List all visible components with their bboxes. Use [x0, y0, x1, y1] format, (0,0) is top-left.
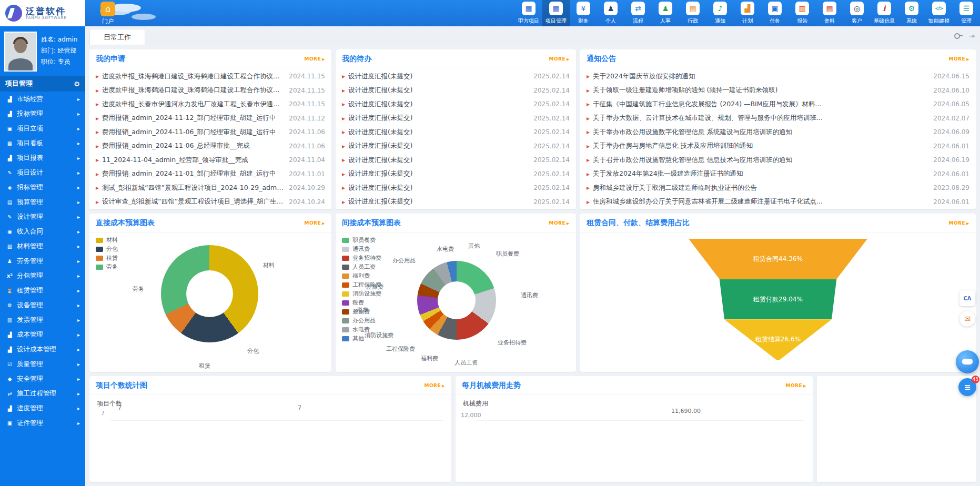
legend-item[interactable]: 租赁: [96, 254, 118, 262]
topnav-item[interactable]: ◎ 客户: [843, 0, 871, 26]
sidebar-item[interactable]: ⌛ 租赁管理: [0, 283, 85, 298]
todo-list-item[interactable]: 设计进度汇报(未提交) 2025.02.14: [342, 112, 570, 126]
sidebar-item[interactable]: ◉ 收入合同: [0, 224, 85, 239]
sidebar-item[interactable]: ▤ 预算管理: [0, 195, 85, 209]
topnav-item[interactable]: ⇄ 流程: [624, 0, 652, 26]
sidebar-item[interactable]: ▣ 项目立项: [0, 121, 85, 136]
sidebar-item[interactable]: ◆ 安全管理: [0, 371, 85, 386]
topnav-item[interactable]: ♟ 个人: [597, 0, 624, 26]
tab-daily-work[interactable]: 日常工作: [89, 29, 145, 45]
project-count-chart[interactable]: 项目个数 7 7 7: [89, 395, 451, 482]
application-list-item[interactable]: 11_2024-11-04_admin_经营部_领导审批__完成 2024.11…: [96, 153, 325, 167]
legend-item[interactable]: 福利费: [342, 271, 381, 280]
topnav-item[interactable]: ▤ 行政: [679, 0, 706, 26]
todo-list-item[interactable]: 设计进度汇报(未提交) 2025.02.14: [342, 195, 570, 209]
sidebar-item[interactable]: ▥ 发票管理: [0, 312, 85, 327]
sidebar-item[interactable]: x² 分包管理: [0, 268, 85, 283]
notice-list-item[interactable]: 关于领取一级注册建造师增项贴的通知 (须持一建证书前来领取) 2024.06.1…: [587, 84, 969, 98]
application-list-item[interactable]: 进度款申报_珠海鹤港口建设_珠海鹤港口建设工程合作协议书_admin_... 2…: [96, 84, 325, 98]
notice-list-item[interactable]: 住房和城乡建设部办公厅关于同意吉林省开展二级建造师注册证书电子化试点... 20…: [587, 195, 969, 209]
application-list-item[interactable]: 进度款申报_珠海鹤港口建设_珠海鹤港口建设工程合作协议书_admin_... 2…: [96, 69, 325, 84]
notice-list-item[interactable]: 于征集《中国建筑施工行业信息化发展报告 (2024) —BIM应用与发展》材料.…: [587, 97, 969, 112]
topnav-item[interactable]: ▟ 计划: [734, 0, 761, 26]
legend-item[interactable]: 人员工资: [342, 262, 381, 271]
todo-list-item[interactable]: 设计进度汇报(未提交) 2025.02.14: [342, 84, 570, 98]
more-link[interactable]: MORE: [785, 383, 806, 388]
key-icon[interactable]: [954, 32, 963, 40]
sidebar-item[interactable]: ✎ 设计管理: [0, 209, 85, 224]
topnav-item[interactable]: ▤ 资料: [816, 0, 843, 26]
legend-item[interactable]: 材料: [96, 236, 118, 245]
more-link[interactable]: MORE: [304, 220, 325, 226]
sidebar-section-header[interactable]: 项目管理 ⚙: [0, 76, 85, 92]
application-list-item[interactable]: 进度款申报_长春市伊通河水力发电厂改建工程_长春市伊通河水力发电... 2024…: [96, 97, 325, 112]
topnav-item[interactable]: ♪ 通知: [706, 0, 734, 26]
sidebar-item[interactable]: ▟ 设计成本管理: [0, 342, 85, 357]
notice-list-item[interactable]: 关于举办大数据、云计算技术在城市建设、规划、管理与服务中的应用培训班... 20…: [587, 112, 969, 126]
sidebar-item[interactable]: ▟ 投标管理: [0, 106, 85, 121]
legend-item[interactable]: 业务招待费: [342, 254, 381, 262]
application-list-item[interactable]: 费用报销_admin_2024-11-06_部门经理审批_胡建_运行中 2024…: [96, 125, 325, 139]
legend-item[interactable]: 办公用品: [342, 316, 381, 325]
notice-list-item[interactable]: 关于2024年国庆节放假安排的通知 2024.06.15: [587, 69, 969, 84]
sidebar-item[interactable]: ☑ 质量管理: [0, 357, 85, 371]
topnav-item[interactable]: ▦ 甲方项目: [515, 0, 542, 26]
topnav-item[interactable]: ▥ 报告: [789, 0, 816, 26]
todo-list-item[interactable]: 设计进度汇报(未提交) 2025.02.14: [342, 181, 570, 195]
more-link[interactable]: MORE: [304, 56, 325, 62]
application-list-item[interactable]: 费用报销_admin_2024-11-01_部门经理审批_胡建_运行中 2024…: [96, 167, 325, 181]
todo-list-item[interactable]: 设计进度汇报(未提交) 2025.02.14: [342, 153, 570, 167]
message-widget[interactable]: [959, 311, 975, 327]
todo-list-item[interactable]: 设计进度汇报(未提交) 2025.02.14: [342, 69, 570, 84]
notice-list-item[interactable]: 房和城乡建设厅关于取消二级建造师临时执业证书的公告 2023.08.29: [587, 181, 969, 195]
application-list-item[interactable]: 设计审查_彭祖新城“四馆”景观工程设计项目_请选择_胡广生_2024-10-2.…: [96, 195, 325, 209]
todo-list-item[interactable]: 设计进度汇报(未提交) 2025.02.14: [342, 167, 570, 181]
todo-list-item[interactable]: 设计进度汇报(未提交) 2025.02.14: [342, 125, 570, 139]
legend-item[interactable]: 通讯费: [342, 245, 381, 254]
indirect-cost-donut-chart[interactable]: [417, 261, 496, 340]
assistant-widget[interactable]: [956, 350, 979, 373]
app-logo[interactable]: 泛普软件 FANPU SOFTWARE: [0, 0, 85, 26]
rental-funnel-chart[interactable]: 租赁合同44.36%租赁付款29.04%租赁结算26.6%: [689, 239, 867, 360]
more-link[interactable]: MORE: [948, 220, 969, 226]
sidebar-item[interactable]: ✎ 项目设计: [0, 165, 85, 180]
application-list-item[interactable]: 费用报销_admin_2024-11-06_总经理审批__完成 2024.11.…: [96, 139, 325, 154]
collapse-panel-icon[interactable]: [969, 32, 975, 40]
topnav-item[interactable]: ☰ 管理: [953, 0, 980, 26]
topnav-item[interactable]: ⚙ 系统: [898, 0, 925, 26]
topnav-item[interactable]: ▦ 项目管理: [542, 0, 570, 26]
sidebar-item[interactable]: ▦ 项目看板: [0, 136, 85, 150]
sidebar-item[interactable]: ▣ 证件管理: [0, 416, 85, 430]
topnav-item[interactable]: ▣ 任务: [761, 0, 789, 26]
more-link[interactable]: MORE: [549, 56, 570, 62]
more-link[interactable]: MORE: [424, 383, 445, 388]
gear-icon[interactable]: ⚙: [74, 80, 80, 88]
sidebar-item[interactable]: ▨ 材料管理: [0, 239, 85, 254]
chat-widget[interactable]: 45: [958, 378, 976, 396]
topnav-item[interactable]: ¥ 财务: [570, 0, 597, 26]
todo-list-item[interactable]: 设计进度汇报(未提交) 2025.02.14: [342, 139, 570, 154]
sidebar-item[interactable]: ♟ 劳务管理: [0, 254, 85, 268]
more-link[interactable]: MORE: [549, 220, 570, 226]
legend-item[interactable]: 劳务: [96, 262, 118, 271]
notice-list-item[interactable]: 关于召开市政公用设施智慧化管理信息 信息技术与应用培训班的通知 2024.06.…: [587, 153, 969, 167]
more-link[interactable]: MORE: [948, 56, 969, 62]
notice-list-item[interactable]: 关于举办住房与房地产信息化 技术及应用培训班的通知 2024.06.01: [587, 139, 969, 154]
sidebar-item[interactable]: ⚙ 设备管理: [0, 298, 85, 312]
sidebar-item[interactable]: ▟ 项目报表: [0, 150, 85, 165]
sidebar-item[interactable]: ◈ 招标管理: [0, 180, 85, 195]
sidebar-item[interactable]: ▟ 成本管理: [0, 327, 85, 342]
application-list-item[interactable]: 测试_彭祖新城“四馆”景观工程设计项目_2024-10-29_admin_结束_…: [96, 181, 325, 195]
topnav-item-portal[interactable]: ⌂ 门户: [85, 0, 130, 26]
sidebar-item[interactable]: ▟ 市场经营: [0, 92, 85, 106]
legend-item[interactable]: 分包: [96, 245, 118, 254]
sidebar-item[interactable]: ⇄ 施工过程管理: [0, 386, 85, 401]
topnav-item[interactable]: ♟ 人事: [652, 0, 679, 26]
machinery-cost-chart[interactable]: 机械费用 12,000 11,690.00: [456, 395, 813, 482]
sidebar-item[interactable]: ▟ 进度管理: [0, 401, 85, 416]
todo-list-item[interactable]: 设计进度汇报(未提交) 2025.02.14: [342, 97, 570, 112]
topnav-item[interactable]: i 基础信息: [871, 0, 898, 26]
ca-widget[interactable]: CA: [959, 290, 975, 306]
direct-cost-donut-chart[interactable]: [161, 245, 258, 342]
notice-list-item[interactable]: 关于发放2024年第24批一级建造师注册证书的通知 2024.06.01: [587, 167, 969, 181]
